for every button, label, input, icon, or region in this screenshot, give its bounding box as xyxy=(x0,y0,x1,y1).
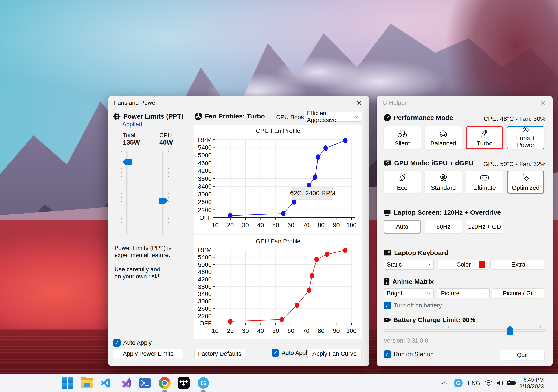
matrix-icon xyxy=(384,278,390,285)
anime-matrix-heading: Anime Matrix xyxy=(384,278,434,285)
total-slider-ticks xyxy=(121,151,122,235)
fans-window-title: Fans and Power xyxy=(114,100,157,106)
svg-text:3000: 3000 xyxy=(198,298,212,305)
chevron-up-icon xyxy=(442,381,447,385)
battery-slider-ticks xyxy=(387,326,541,328)
ghelper-tray-icon: G xyxy=(454,379,462,387)
performance-silent-button[interactable]: Silent xyxy=(384,126,421,149)
language-indicator[interactable]: ENG xyxy=(467,377,481,389)
ghelper-running-indicator xyxy=(201,391,206,392)
performance-balanced-button[interactable]: Balanced xyxy=(425,126,462,149)
fans-window-titlebar[interactable]: Fans and Power ✕ xyxy=(108,96,369,110)
folder-icon xyxy=(80,378,93,388)
svg-text:62C, 2400 RPM: 62C, 2400 RPM xyxy=(290,190,335,197)
cpu-fan-curve-chart[interactable]: CPU Fan Profile102030405060708090100OFF2… xyxy=(194,125,362,234)
battery-slider-track[interactable] xyxy=(384,329,546,332)
gpu-eco-button[interactable]: Eco xyxy=(384,170,421,194)
apply-fan-curve-button[interactable]: Apply Fan Curve xyxy=(307,349,362,359)
powershell-button[interactable] xyxy=(139,377,151,389)
chrome-button[interactable] xyxy=(158,377,171,389)
cpu-slider-thumb[interactable] xyxy=(159,198,168,204)
chrome-running-indicator xyxy=(162,391,167,392)
power-limits-applied-status[interactable]: Applied xyxy=(122,121,142,128)
svg-text:100: 100 xyxy=(346,327,357,334)
cpu-boost-label: CPU Boost xyxy=(276,114,306,121)
start-button[interactable] xyxy=(62,377,74,389)
battery-charging-icon xyxy=(507,380,516,386)
fan-auto-apply-checkbox[interactable]: ✓ xyxy=(271,349,279,357)
apply-power-limits-button[interactable]: Apply Power Limits xyxy=(113,349,183,359)
svg-text:90: 90 xyxy=(333,327,340,334)
file-explorer-button[interactable] xyxy=(80,377,93,389)
svg-text:10: 10 xyxy=(212,222,218,228)
volume-button[interactable] xyxy=(495,377,505,389)
keyboard-extra-button[interactable]: Extra xyxy=(492,259,544,270)
keyboard-color-button[interactable]: Color xyxy=(438,259,489,270)
fans-window-close-icon[interactable]: ✕ xyxy=(355,99,363,107)
performance-turbo-button[interactable]: Turbo xyxy=(466,126,503,149)
anime-mode-select[interactable]: Picture xyxy=(438,288,489,298)
power-auto-apply-checkbox[interactable]: ✓ xyxy=(113,339,121,347)
cpu-slider-track[interactable] xyxy=(162,151,164,235)
gpu-mode-heading: GPU Mode: iGPU + dGPU xyxy=(384,159,473,167)
screen-120hz-od-button[interactable]: 120Hz + OD xyxy=(466,220,503,234)
anime-brightness-select[interactable]: Bright xyxy=(384,288,434,298)
svg-text:3800: 3800 xyxy=(198,283,212,290)
vscode-icon xyxy=(100,377,112,389)
ghelper-taskbar-button[interactable]: G xyxy=(197,377,209,389)
performance-fans-power-button[interactable]: Fans + Power xyxy=(507,126,544,149)
tray-expand-button[interactable] xyxy=(440,377,449,389)
svg-text:80: 80 xyxy=(318,222,324,228)
screen-auto-button[interactable]: Auto xyxy=(384,220,421,234)
svg-text:90: 90 xyxy=(333,222,340,228)
factory-defaults-button[interactable]: Factory Defaults xyxy=(194,349,245,359)
svg-text:5400: 5400 xyxy=(198,144,212,151)
svg-text:3800: 3800 xyxy=(198,175,212,182)
tray-clock[interactable]: 6:45 PM 3/18/2023 xyxy=(520,376,544,390)
anime-picture-gif-button[interactable]: Picture / Gif xyxy=(492,288,544,298)
gpu-card-icon xyxy=(384,160,392,166)
bicycle-icon xyxy=(397,129,407,138)
gpu-fan-curve-chart[interactable]: GPU Fan Profile102030405060708090100OFF2… xyxy=(194,235,362,340)
vscode-button[interactable] xyxy=(100,377,112,389)
battery-icon xyxy=(384,317,391,323)
cpu-limit-label: CPU xyxy=(159,132,172,139)
fan-auto-apply-row: ✓ Auto Apply xyxy=(271,349,310,357)
svg-text:60: 60 xyxy=(287,327,294,334)
performance-mode-heading: Performance Mode xyxy=(384,114,453,122)
svg-text:OFF: OFF xyxy=(199,320,212,327)
gpu-optimized-button[interactable]: Optimized xyxy=(507,170,544,194)
total-slider-thumb[interactable] xyxy=(122,159,131,165)
version-link[interactable]: Version: 0.31.0.0 xyxy=(384,337,428,344)
cpu-boost-select[interactable]: Efficient Aggressive xyxy=(304,112,362,122)
battery-tray-button[interactable] xyxy=(506,377,517,389)
run-on-startup-row: ✓ Run on Startup xyxy=(384,350,434,358)
ghelper-titlebar[interactable]: G-Helper ✕ xyxy=(377,96,553,110)
keyboard-color-swatch xyxy=(479,261,485,268)
screen-60hz-button[interactable]: 60Hz xyxy=(425,220,462,234)
quit-button[interactable]: Quit xyxy=(500,350,545,360)
gpu-ultimate-button[interactable]: Ultimate xyxy=(466,170,503,194)
visual-studio-button[interactable] xyxy=(120,377,132,389)
svg-text:50: 50 xyxy=(272,327,279,334)
run-on-startup-checkbox[interactable]: ✓ xyxy=(384,350,391,358)
fan-auto-apply-label: Auto Apply xyxy=(282,350,310,356)
windows-logo-icon xyxy=(62,377,73,389)
fan-profiles-heading: Fan Profiles: Turbo xyxy=(194,112,265,120)
wifi-button[interactable] xyxy=(484,377,493,389)
ghelper-window-close-icon[interactable]: ✕ xyxy=(539,99,547,107)
svg-text:20: 20 xyxy=(227,222,234,228)
keyboard-mode-select[interactable]: Static xyxy=(384,259,434,270)
svg-text:100: 100 xyxy=(346,222,357,228)
turn-off-on-battery-checkbox[interactable]: ✓ xyxy=(384,302,391,309)
svg-text:30: 30 xyxy=(242,222,249,228)
svg-text:4200: 4200 xyxy=(198,167,212,174)
powershell-icon xyxy=(139,378,151,388)
svg-text:4200: 4200 xyxy=(198,276,212,283)
gpu-standard-button[interactable]: Standard xyxy=(425,170,462,194)
chevron-down-icon xyxy=(355,116,359,118)
gpu-temp-fan-status: GPU: 50°C - Fan: 32% xyxy=(483,161,546,168)
tray-ghelper-button[interactable]: G xyxy=(453,377,463,389)
tidal-button[interactable] xyxy=(178,377,190,389)
svg-text:5000: 5000 xyxy=(198,152,212,159)
